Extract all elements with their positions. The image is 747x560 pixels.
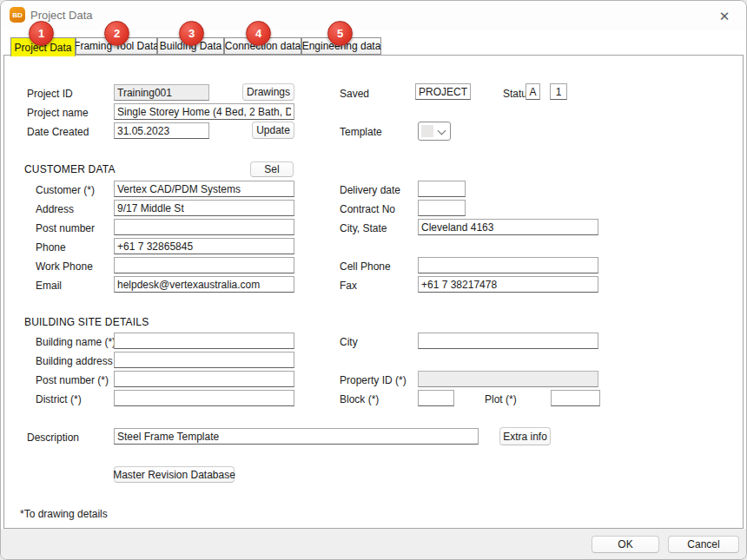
annotation-badge-3: 3 <box>179 21 204 46</box>
status-number-field[interactable] <box>550 83 567 100</box>
description-label: Description <box>27 432 79 444</box>
annotation-badge-1: 1 <box>29 21 54 46</box>
building-name-label: Building name (*) <box>36 336 116 348</box>
customer-label: Customer (*) <box>36 184 95 196</box>
work-phone-label: Work Phone <box>36 260 93 273</box>
date-created-label: Date Created <box>27 126 89 138</box>
property-id-field[interactable] <box>418 371 598 387</box>
project-name-label: Project name <box>27 107 89 119</box>
date-created-field[interactable] <box>114 122 209 139</box>
project-id-label: Project ID <box>27 88 73 100</box>
site-city-label: City <box>340 336 358 348</box>
delivery-date-field[interactable] <box>418 181 466 197</box>
template-swatch <box>421 125 433 137</box>
site-post-number-label: Post number (*) <box>36 374 109 386</box>
phone-label: Phone <box>36 241 66 254</box>
fax-field[interactable] <box>418 276 598 293</box>
cell-phone-label: Cell Phone <box>340 260 391 273</box>
block-field[interactable] <box>418 390 454 406</box>
address-field[interactable] <box>114 200 294 216</box>
project-data-dialog: BD Project Data ✕ Project Data Framing T… <box>0 0 747 560</box>
building-address-field[interactable] <box>114 352 294 368</box>
project-name-field[interactable] <box>114 103 294 120</box>
site-post-number-field[interactable] <box>114 371 294 387</box>
phone-field[interactable] <box>114 238 294 254</box>
building-name-field[interactable] <box>114 333 294 349</box>
drawings-button[interactable]: Drawings <box>242 83 294 101</box>
plot-label: Plot (*) <box>485 393 517 405</box>
district-field[interactable] <box>114 390 294 406</box>
building-site-section-title: BUILDING SITE DETAILS <box>24 316 149 328</box>
cancel-button[interactable]: Cancel <box>668 536 739 553</box>
contract-no-label: Contract No <box>340 203 395 215</box>
delivery-date-label: Delivery date <box>340 184 400 196</box>
annotation-badge-2: 2 <box>104 21 129 46</box>
update-button[interactable]: Update <box>252 122 294 139</box>
extra-info-button[interactable]: Extra info <box>499 427 551 445</box>
email-label: Email <box>36 280 62 292</box>
cell-phone-field[interactable] <box>418 257 598 273</box>
chevron-down-icon <box>438 127 446 135</box>
annotation-badge-5: 5 <box>327 21 353 46</box>
email-field[interactable] <box>114 276 294 293</box>
plot-field[interactable] <box>551 390 600 406</box>
description-field[interactable] <box>114 428 479 445</box>
work-phone-field[interactable] <box>114 257 294 273</box>
ok-button[interactable]: OK <box>592 536 659 553</box>
site-city-field[interactable] <box>418 333 598 349</box>
app-icon: BD <box>10 7 25 23</box>
template-label: Template <box>340 126 382 138</box>
post-number-field[interactable] <box>114 219 294 235</box>
dialog-footer: OK Cancel <box>1 529 746 560</box>
annotation-badge-4: 4 <box>246 21 271 46</box>
sel-button[interactable]: Sel <box>250 161 294 177</box>
city-state-field[interactable] <box>418 219 598 235</box>
post-number-label: Post number <box>36 222 95 234</box>
window-title: Project Data <box>30 9 93 22</box>
block-label: Block (*) <box>340 393 379 405</box>
footnote-to-drawing-details: *To drawing details <box>20 508 108 520</box>
customer-data-section-title: CUSTOMER DATA <box>24 163 116 175</box>
status-a-field[interactable] <box>526 83 540 100</box>
customer-field[interactable] <box>114 181 294 197</box>
contract-no-field[interactable] <box>418 200 466 216</box>
building-address-label: Building address (*) <box>36 355 127 367</box>
master-revision-database-button[interactable]: Master Revision Database <box>114 466 235 483</box>
property-id-label: Property ID (*) <box>340 374 407 386</box>
district-label: District (*) <box>36 393 82 405</box>
address-label: Address <box>36 203 74 215</box>
app-icon-text: BD <box>12 11 23 19</box>
city-state-label: City, State <box>340 222 387 234</box>
project-id-field[interactable] <box>114 84 209 101</box>
saved-field[interactable] <box>415 83 471 100</box>
fax-label: Fax <box>340 280 357 292</box>
close-icon[interactable]: ✕ <box>715 7 734 26</box>
template-dropdown[interactable] <box>418 122 451 141</box>
saved-label: Saved <box>340 88 369 100</box>
